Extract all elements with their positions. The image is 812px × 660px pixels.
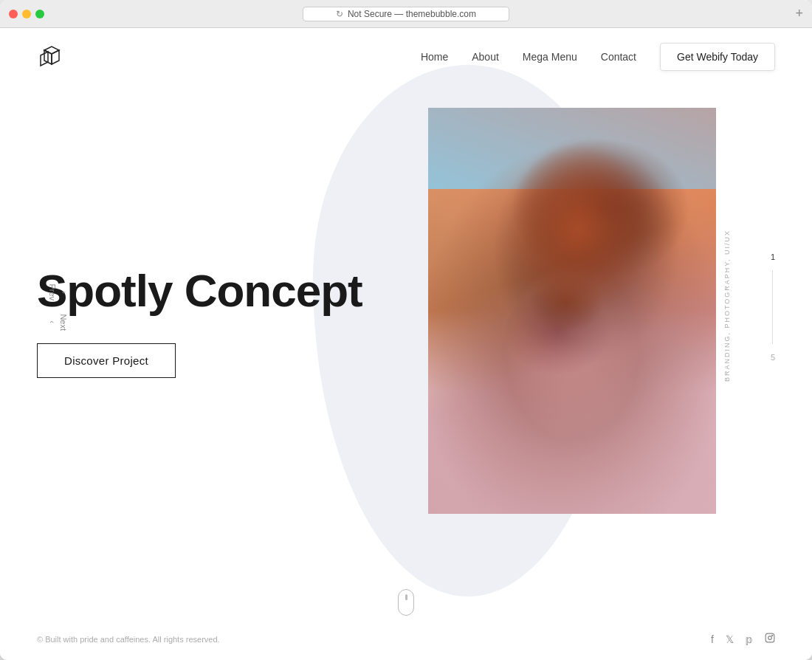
- instagram-icon[interactable]: [765, 633, 775, 645]
- minimize-button[interactable]: [22, 10, 31, 18]
- close-button[interactable]: [9, 10, 18, 18]
- current-page: 1: [771, 252, 775, 261]
- chevron-down-icon: ‹: [48, 321, 56, 323]
- tags-text: BRANDING, PHOTOGRAPHY, UI/UX: [723, 230, 731, 382]
- prev-nav[interactable]: › Prev: [48, 283, 68, 300]
- site-content: Home About Mega Menu Contact Get Webify …: [0, 28, 812, 660]
- side-navigation: › Prev Next ‹: [48, 283, 68, 330]
- next-label: Next: [59, 314, 68, 331]
- window-frame: ↻ Not Secure — themebubble.com + Home Ab…: [0, 0, 812, 660]
- nav-links: Home About Mega Menu Contact Get Webify …: [421, 43, 775, 71]
- side-tags: BRANDING, PHOTOGRAPHY, UI/UX: [723, 230, 731, 385]
- project-title: Spotly Concept: [37, 266, 775, 316]
- social-icons: f 𝕏 𝕡: [711, 633, 775, 645]
- facebook-icon[interactable]: f: [711, 633, 714, 645]
- total-pages: 5: [771, 353, 775, 362]
- pagination: 1 5: [771, 252, 775, 362]
- scroll-dot: [405, 594, 407, 600]
- nav-cta-button[interactable]: Get Webify Today: [660, 43, 775, 71]
- hero-left-content: Spotly Concept Discover Project: [37, 236, 775, 377]
- nav-contact[interactable]: Contact: [601, 51, 636, 63]
- nav-mega-menu[interactable]: Mega Menu: [523, 51, 577, 63]
- chevron-up-icon: ›: [60, 291, 68, 293]
- new-tab-button[interactable]: +: [795, 6, 803, 21]
- main-area: › Prev Next ‹ Spotly Concept Discover Pr…: [0, 86, 812, 529]
- prev-label: Prev: [48, 283, 57, 300]
- navigation: Home About Mega Menu Contact Get Webify …: [0, 28, 812, 86]
- discover-project-button[interactable]: Discover Project: [37, 343, 176, 378]
- pinterest-icon[interactable]: 𝕡: [746, 633, 753, 645]
- next-nav[interactable]: Next ‹: [48, 314, 68, 331]
- nav-about[interactable]: About: [472, 51, 499, 63]
- address-bar[interactable]: ↻ Not Secure — themebubble.com: [303, 7, 509, 21]
- nav-home[interactable]: Home: [421, 51, 448, 63]
- twitter-icon[interactable]: 𝕏: [726, 633, 734, 645]
- traffic-lights: [9, 10, 44, 18]
- svg-point-2: [772, 635, 773, 636]
- copyright-text: © Built with pride and caffeines. All ri…: [37, 635, 220, 644]
- logo[interactable]: [37, 44, 66, 70]
- scroll-indicator: [398, 589, 414, 616]
- svg-rect-0: [765, 633, 774, 642]
- maximize-button[interactable]: [35, 10, 44, 18]
- pagination-line: [772, 270, 773, 344]
- refresh-icon: ↻: [336, 9, 343, 19]
- url-text: Not Secure — themebubble.com: [348, 9, 476, 19]
- svg-point-1: [768, 636, 772, 640]
- footer: © Built with pride and caffeines. All ri…: [0, 618, 812, 660]
- title-bar: ↻ Not Secure — themebubble.com +: [0, 0, 812, 28]
